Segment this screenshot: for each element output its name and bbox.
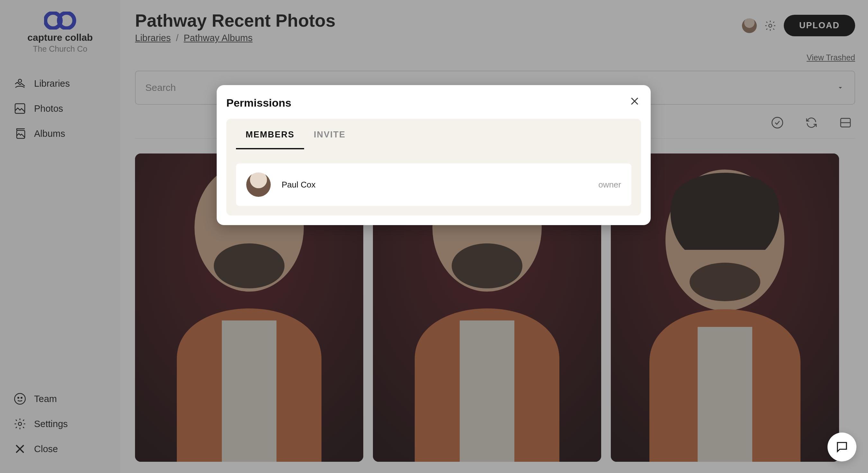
modal-tabs: MEMBERS INVITE: [226, 119, 641, 149]
modal-overlay[interactable]: [0, 0, 868, 473]
close-icon: [629, 96, 640, 107]
tab-invite[interactable]: INVITE: [304, 119, 355, 149]
chat-icon: [835, 440, 849, 454]
modal-body: MEMBERS INVITE Paul Cox owner: [226, 119, 641, 215]
modal-close-button[interactable]: [628, 95, 641, 108]
modal-title: Permissions: [226, 97, 641, 109]
member-avatar: [246, 172, 271, 197]
member-name: Paul Cox: [282, 180, 316, 190]
member-row: Paul Cox owner: [236, 164, 631, 206]
permissions-modal: Permissions MEMBERS INVITE Paul Cox owne…: [217, 85, 651, 225]
member-role: owner: [598, 180, 621, 190]
chat-fab[interactable]: [828, 433, 857, 462]
tab-members[interactable]: MEMBERS: [236, 119, 304, 149]
